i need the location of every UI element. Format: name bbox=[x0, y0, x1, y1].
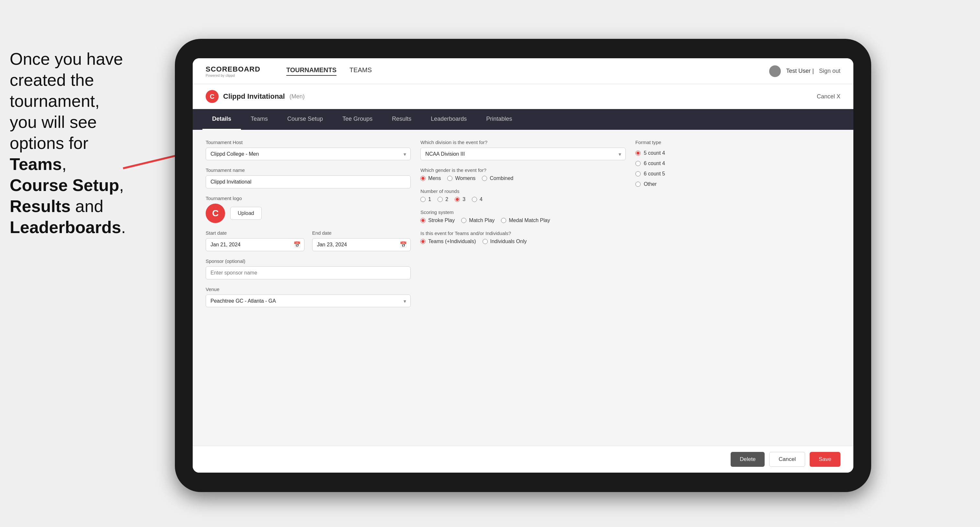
tab-details[interactable]: Details bbox=[202, 109, 241, 130]
form-right-col: Format type 5 count 4 6 count 4 bbox=[635, 140, 840, 307]
tablet-screen: SCOREBOARD Powered by clippd TOURNAMENTS… bbox=[193, 58, 853, 473]
tablet-device: SCOREBOARD Powered by clippd TOURNAMENTS… bbox=[175, 39, 871, 492]
rounds-radio-group: 1 2 3 bbox=[420, 197, 625, 202]
text-line5: options for bbox=[10, 134, 88, 152]
scoring-match-option[interactable]: Match Play bbox=[461, 217, 495, 223]
rounds-3-radio[interactable] bbox=[455, 197, 460, 202]
text-leaderboards-bold: Leaderboards bbox=[10, 218, 121, 237]
save-button[interactable]: Save bbox=[810, 452, 840, 467]
teams-individuals-radio[interactable] bbox=[482, 239, 488, 244]
teams-individuals-label: Individuals Only bbox=[490, 238, 527, 244]
gender-womens-radio[interactable] bbox=[447, 176, 452, 181]
rounds-1-option[interactable]: 1 bbox=[420, 197, 431, 202]
tab-tee-groups[interactable]: Tee Groups bbox=[332, 109, 382, 130]
text-comma1: , bbox=[62, 155, 67, 173]
gender-mens-option[interactable]: Mens bbox=[420, 175, 441, 181]
cancel-link[interactable]: Cancel X bbox=[817, 93, 840, 100]
end-date-input[interactable] bbox=[312, 238, 411, 251]
tab-printables[interactable]: Printables bbox=[476, 109, 522, 130]
nav-link-tournaments[interactable]: TOURNAMENTS bbox=[286, 67, 336, 76]
gender-combined-radio[interactable] bbox=[482, 176, 487, 181]
tournament-tag: (Men) bbox=[290, 93, 305, 100]
teams-plus-option[interactable]: Teams (+Individuals) bbox=[420, 238, 476, 244]
format-5count4-label: 5 count 4 bbox=[644, 150, 665, 156]
start-date-input[interactable] bbox=[206, 238, 304, 251]
text-course-bold: Course Setup bbox=[10, 176, 119, 195]
text-results-bold: Results bbox=[10, 197, 71, 216]
end-date-wrapper: 📅 bbox=[312, 238, 411, 251]
form-columns: Tournament Host Clippd College - Men Tou… bbox=[193, 130, 853, 317]
start-date-calendar-icon: 📅 bbox=[293, 241, 301, 248]
sponsor-label: Sponsor (optional) bbox=[206, 258, 410, 264]
venue-label: Venue bbox=[206, 286, 410, 292]
start-date-label: Start date bbox=[206, 230, 304, 236]
teams-group: Is this event for Teams and/or Individua… bbox=[420, 230, 625, 244]
format-6count5-radio[interactable] bbox=[635, 171, 641, 176]
scoring-medal-option[interactable]: Medal Match Play bbox=[501, 217, 550, 223]
tournament-host-select-wrapper: Clippd College - Men bbox=[206, 148, 410, 160]
cancel-button[interactable]: Cancel bbox=[769, 452, 805, 467]
text-line3: tournament, bbox=[10, 92, 100, 110]
gender-combined-option[interactable]: Combined bbox=[482, 175, 513, 181]
text-line1: Once you have bbox=[10, 49, 123, 68]
tournament-name-input[interactable] bbox=[206, 175, 410, 188]
logo-subtitle: Powered by clippd bbox=[206, 73, 260, 77]
venue-group: Venue Peachtree GC - Atlanta - GA bbox=[206, 286, 410, 307]
division-select[interactable]: NCAA Division III bbox=[420, 148, 625, 160]
sign-out-link[interactable]: Sign out bbox=[819, 68, 840, 75]
teams-plus-radio[interactable] bbox=[420, 239, 426, 244]
format-5count4-radio[interactable] bbox=[635, 151, 641, 156]
scoring-match-radio[interactable] bbox=[461, 218, 466, 223]
format-type-label: Format type bbox=[635, 140, 840, 145]
gender-womens-option[interactable]: Womens bbox=[447, 175, 476, 181]
delete-button[interactable]: Delete bbox=[731, 452, 765, 467]
scoring-match-label: Match Play bbox=[469, 217, 495, 223]
tab-course-setup[interactable]: Course Setup bbox=[278, 109, 332, 130]
format-6count5-option[interactable]: 6 count 5 bbox=[635, 171, 840, 177]
text-comma2: , bbox=[119, 176, 124, 195]
rounds-4-option[interactable]: 4 bbox=[472, 197, 482, 202]
teams-plus-label: Teams (+Individuals) bbox=[428, 238, 476, 244]
form-footer: Delete Cancel Save bbox=[193, 446, 853, 473]
rounds-4-radio[interactable] bbox=[472, 197, 477, 202]
tournament-logo-label: Tournament logo bbox=[206, 195, 410, 201]
text-period: . bbox=[121, 218, 126, 237]
tournament-host-group: Tournament Host Clippd College - Men bbox=[206, 140, 410, 160]
scoring-stroke-option[interactable]: Stroke Play bbox=[420, 217, 455, 223]
tournament-icon: C bbox=[206, 90, 219, 103]
text-and: and bbox=[71, 197, 103, 216]
teams-individuals-option[interactable]: Individuals Only bbox=[482, 238, 527, 244]
tab-results[interactable]: Results bbox=[382, 109, 421, 130]
rounds-2-radio[interactable] bbox=[438, 197, 443, 202]
format-6count4-radio[interactable] bbox=[635, 161, 641, 166]
rounds-1-label: 1 bbox=[428, 197, 431, 202]
format-6count4-label: 6 count 4 bbox=[644, 160, 665, 167]
scoring-medal-radio[interactable] bbox=[501, 218, 506, 223]
tab-teams[interactable]: Teams bbox=[241, 109, 278, 130]
gender-womens-label: Womens bbox=[455, 175, 476, 181]
format-other-radio[interactable] bbox=[635, 182, 641, 187]
rounds-2-option[interactable]: 2 bbox=[438, 197, 448, 202]
tournament-name-group: Tournament name bbox=[206, 167, 410, 188]
nav-link-teams[interactable]: TEAMS bbox=[350, 67, 372, 76]
rounds-3-option[interactable]: 3 bbox=[455, 197, 465, 202]
gender-radio-group: Mens Womens Combined bbox=[420, 175, 625, 181]
format-5count4-option[interactable]: 5 count 4 bbox=[635, 150, 840, 156]
tournament-host-select[interactable]: Clippd College - Men bbox=[206, 148, 410, 160]
gender-mens-radio[interactable] bbox=[420, 176, 426, 181]
gender-group: Which gender is the event for? Mens Wome… bbox=[420, 167, 625, 181]
rounds-1-radio[interactable] bbox=[420, 197, 426, 202]
sponsor-input[interactable] bbox=[206, 267, 410, 279]
rounds-label: Number of rounds bbox=[420, 188, 625, 194]
scoring-stroke-radio[interactable] bbox=[420, 218, 426, 223]
format-6count4-option[interactable]: 6 count 4 bbox=[635, 160, 840, 167]
tournament-name-label: Tournament name bbox=[206, 167, 410, 173]
end-date-group: End date 📅 bbox=[312, 230, 411, 251]
venue-select[interactable]: Peachtree GC - Atlanta - GA bbox=[206, 295, 410, 307]
date-row: Start date 📅 End date bbox=[206, 230, 410, 251]
tab-leaderboards[interactable]: Leaderboards bbox=[421, 109, 476, 130]
format-other-option[interactable]: Other bbox=[635, 181, 840, 187]
venue-select-wrapper: Peachtree GC - Atlanta - GA bbox=[206, 295, 410, 307]
gender-mens-label: Mens bbox=[428, 175, 441, 181]
upload-button[interactable]: Upload bbox=[230, 207, 262, 220]
